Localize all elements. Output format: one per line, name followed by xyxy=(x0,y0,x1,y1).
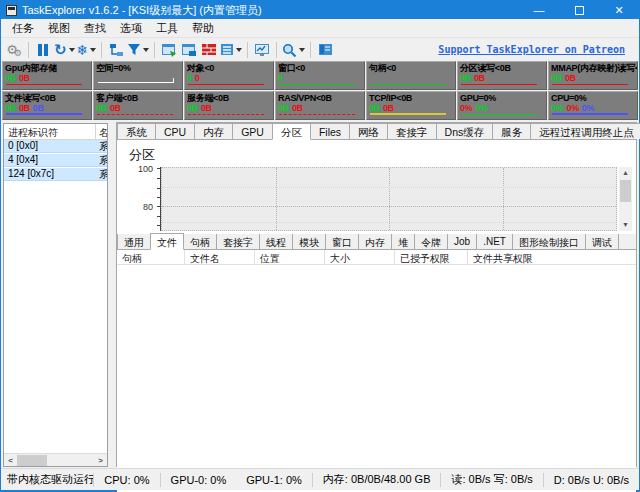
file-table-body xyxy=(117,265,636,492)
chevron-down-icon xyxy=(143,48,149,52)
sparkline xyxy=(97,114,173,115)
monitor-graph-icon xyxy=(254,43,270,57)
tab-files[interactable]: Files xyxy=(310,123,350,139)
tab-handles[interactable]: 句柄 xyxy=(183,233,217,249)
chart-title: 分区 xyxy=(129,146,155,164)
tab-network[interactable]: 网络 xyxy=(349,123,388,139)
horizontal-scrollbar[interactable]: < > xyxy=(4,453,107,466)
panel-mmap-rw[interactable]: MMAP(内存映射)读写<0B 0B0B xyxy=(548,61,638,90)
performance-monitor-button[interactable] xyxy=(252,40,272,60)
tab-debug[interactable]: 调试 xyxy=(585,233,619,249)
tab-modules[interactable]: 模块 xyxy=(292,233,326,249)
scroll-right-icon[interactable]: > xyxy=(94,454,107,467)
column-header-name[interactable]: 名称 xyxy=(96,124,107,139)
column-header-handle[interactable]: 句柄 xyxy=(117,250,185,264)
tab-general[interactable]: 通用 xyxy=(117,233,151,249)
tab-partition[interactable]: 分区 xyxy=(272,123,311,140)
process-row[interactable]: 4 [0x4] 系统 xyxy=(4,154,107,167)
scrollbar-thumb[interactable] xyxy=(17,455,47,466)
panel-server[interactable]: 服务端<0B 0B0B xyxy=(184,91,274,120)
menu-help[interactable]: 帮助 xyxy=(185,19,221,38)
list-icon xyxy=(220,43,234,56)
tab-gpu[interactable]: GPU xyxy=(232,123,273,139)
tab-dns-cache[interactable]: Dns缓存 xyxy=(436,123,494,139)
process-row[interactable]: 0 [0x0] 系统 xyxy=(4,140,107,153)
column-header-location[interactable]: 位置 xyxy=(255,250,325,264)
settings-gears-icon[interactable]: ⚙⚙ xyxy=(4,40,24,60)
panel-handles[interactable]: 句柄<0 xyxy=(366,61,456,90)
process-row[interactable]: 124 [0x7c] 系统 xyxy=(4,168,107,181)
panel-partition-rw[interactable]: 分区读写<0B 0B0B xyxy=(457,61,547,90)
modules-list-button[interactable] xyxy=(219,40,243,60)
freeze-button[interactable]: ❄ xyxy=(76,40,98,60)
menu-tools[interactable]: 工具 xyxy=(149,19,185,38)
tab-services[interactable]: 服务 xyxy=(492,123,531,139)
minimize-button[interactable]: — xyxy=(519,1,559,19)
column-header-granted-access[interactable]: 已授予权限 xyxy=(395,250,468,264)
tab-cpu[interactable]: CPU xyxy=(155,123,195,139)
pause-refresh-button[interactable] xyxy=(33,40,53,60)
filter-button[interactable] xyxy=(126,40,150,60)
process-list-header: 进程标识符 名称 xyxy=(4,124,107,140)
toolbar-separator xyxy=(247,42,248,58)
column-header-size[interactable]: 大小 xyxy=(325,250,395,264)
panel-ras-vpn[interactable]: RAS/VPN<0B 0B0B xyxy=(275,91,365,120)
menu-view[interactable]: 视图 xyxy=(41,19,77,38)
tab-sockets[interactable]: 套接字 xyxy=(387,123,437,139)
partition-usage-plot[interactable] xyxy=(161,167,617,231)
sparkline xyxy=(188,84,264,85)
column-header-pid[interactable]: 进程标识符 xyxy=(4,124,96,139)
tab-file[interactable]: 文件 xyxy=(150,233,184,250)
scroll-left-icon[interactable]: < xyxy=(4,454,17,467)
menu-options[interactable]: 选项 xyxy=(113,19,149,38)
tab-rpc-endpoints[interactable]: 远程过程调用终止点 xyxy=(530,123,640,139)
toolbar-separator xyxy=(28,42,29,58)
panel-file-rw[interactable]: 文件读写<0B 0B0B0B xyxy=(2,91,92,120)
scrollbar-thumb[interactable] xyxy=(620,180,631,202)
process-tree-button[interactable] xyxy=(106,40,126,60)
column-header-share-access[interactable]: 文件共享权限 xyxy=(468,250,636,264)
panel-client[interactable]: 客户端<0B 0B0B xyxy=(93,91,183,120)
column-header-filename[interactable]: 文件名 xyxy=(185,250,255,264)
scroll-up-icon[interactable]: ▲ xyxy=(619,167,632,179)
tab-socket[interactable]: 套接字 xyxy=(216,233,260,249)
tab-gdi[interactable]: 图形绘制接口 xyxy=(512,233,586,249)
content-area: 进程标识符 名称 0 [0x0] 系统 4 [0x4] 系统 124 [0x7c… xyxy=(1,121,639,468)
toolbar-separator xyxy=(154,42,155,58)
sparkline xyxy=(279,114,355,115)
tab-token[interactable]: 令牌 xyxy=(414,233,448,249)
maximize-button[interactable] xyxy=(559,1,599,19)
tree-icon xyxy=(109,43,124,57)
tab-mem[interactable]: 内存 xyxy=(358,233,392,249)
system-info-button[interactable] xyxy=(179,40,199,60)
tab-dotnet[interactable]: .NET xyxy=(476,233,513,249)
panel-cpu[interactable]: CPU=0% 0%0%0% xyxy=(548,91,638,120)
tab-heap[interactable]: 堆 xyxy=(391,233,415,249)
refresh-button[interactable]: ↻ xyxy=(53,40,76,60)
tab-job[interactable]: Job xyxy=(447,233,477,249)
scroll-down-icon[interactable]: ▼ xyxy=(619,219,632,231)
tab-threads[interactable]: 线程 xyxy=(259,233,293,249)
sparkline xyxy=(6,113,82,115)
filter-funnel-icon xyxy=(127,43,141,56)
menu-find[interactable]: 查找 xyxy=(77,19,113,38)
tab-memory[interactable]: 内存 xyxy=(194,123,233,139)
firewall-button[interactable] xyxy=(199,40,219,60)
panel-tcpip[interactable]: TCP/IP<0B 0B0B xyxy=(366,91,456,120)
show-panel-button[interactable] xyxy=(315,40,335,60)
find-handles-button[interactable] xyxy=(281,40,306,60)
title-bar: TaskExplorer v1.6.2 - [KSI级别最大] (内置管理员) … xyxy=(1,1,639,19)
patreon-link[interactable]: Support TaskExplorer on Patreon xyxy=(438,44,625,55)
vertical-scrollbar[interactable]: ▲ ▼ xyxy=(619,167,632,231)
panel-windows[interactable]: 窗口<0 0 xyxy=(275,61,365,90)
panel-gpu[interactable]: GPU=0% 0%0% xyxy=(457,91,547,120)
run-task-button[interactable] xyxy=(159,40,179,60)
close-button[interactable]: ✕ xyxy=(599,1,639,19)
tab-system[interactable]: 系统 xyxy=(117,123,156,139)
menu-tasks[interactable]: 任务 xyxy=(5,19,41,38)
panel-gpu-memory[interactable]: Gpu内部存储 0B0B xyxy=(2,61,92,90)
window-info-icon xyxy=(181,43,197,57)
panel-objects[interactable]: 对象<0 00 xyxy=(184,61,274,90)
tab-window[interactable]: 窗口 xyxy=(325,233,359,249)
panel-space[interactable]: 空间=0% xyxy=(93,61,183,90)
